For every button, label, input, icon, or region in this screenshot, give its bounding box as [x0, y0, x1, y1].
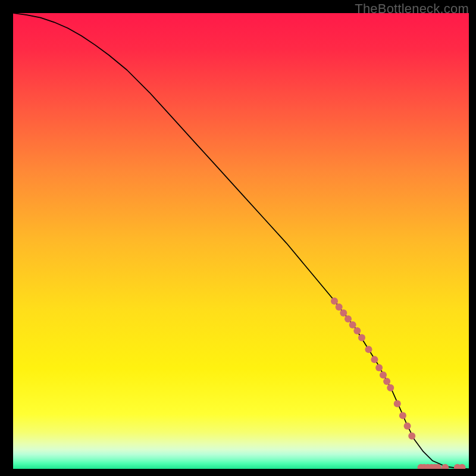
sample-point — [387, 384, 394, 392]
chart-svg — [13, 13, 469, 469]
sample-point — [380, 371, 387, 378]
gradient-background — [13, 13, 469, 469]
sample-point — [365, 346, 372, 353]
sample-point — [383, 378, 390, 385]
sample-point — [336, 303, 343, 311]
sample-point — [340, 309, 347, 317]
chart-frame — [13, 13, 469, 469]
sample-point — [399, 412, 406, 419]
sample-point — [353, 327, 361, 334]
sample-point — [345, 315, 352, 322]
sample-point — [371, 356, 378, 363]
sample-point — [375, 364, 383, 371]
sample-point — [349, 321, 356, 328]
sample-point — [358, 334, 365, 341]
sample-point — [394, 400, 401, 407]
watermark-label: TheBottleneck.com — [355, 1, 469, 17]
sample-point — [408, 433, 415, 440]
sample-point — [404, 422, 411, 430]
sample-point — [331, 298, 338, 305]
